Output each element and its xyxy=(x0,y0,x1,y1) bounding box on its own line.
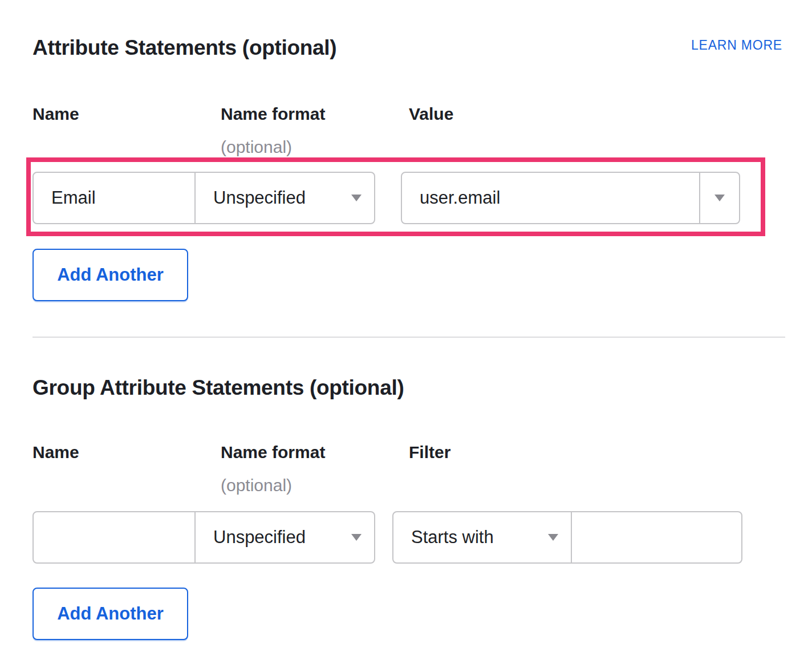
group-column-filter: Filter xyxy=(409,444,450,494)
column-name: Name xyxy=(33,106,221,156)
group-filter-type-value: Starts with xyxy=(411,527,494,548)
column-name-format-note: (optional) xyxy=(221,139,409,156)
attribute-value-dropdown-button[interactable] xyxy=(699,172,740,224)
column-name-label: Name xyxy=(33,106,221,123)
group-name-format-value: Unspecified xyxy=(213,527,306,548)
attribute-name-format-select[interactable]: Unspecified xyxy=(194,172,375,224)
attribute-statements-header: Attribute Statements (optional) LEARN MO… xyxy=(33,35,782,60)
attribute-row: Unspecified xyxy=(33,172,761,224)
attribute-value-combo xyxy=(401,172,740,224)
chevron-down-icon xyxy=(351,534,362,541)
chevron-down-icon xyxy=(714,195,725,201)
group-add-another-button[interactable]: Add Another xyxy=(33,588,188,640)
learn-more-link[interactable]: LEARN MORE xyxy=(691,38,782,53)
group-attribute-statements-header: Group Attribute Statements (optional) xyxy=(33,375,782,400)
group-filter-value-input[interactable] xyxy=(571,511,742,564)
group-filter-type-select[interactable]: Starts with xyxy=(392,511,572,564)
attribute-name-input[interactable] xyxy=(33,172,196,224)
attribute-name-format-value: Unspecified xyxy=(213,188,306,208)
attribute-name-group: Unspecified xyxy=(33,172,375,224)
group-column-filter-label: Filter xyxy=(409,444,450,461)
group-column-name: Name xyxy=(33,444,221,494)
section-divider xyxy=(33,337,785,338)
group-column-name-format: Name format (optional) xyxy=(221,444,409,494)
attribute-statements-title: Attribute Statements (optional) xyxy=(33,35,336,60)
highlight-annotation: Unspecified xyxy=(26,157,765,236)
column-value-label: Value xyxy=(409,106,453,123)
group-column-name-format-note: (optional) xyxy=(221,477,409,494)
column-name-format: Name format (optional) xyxy=(221,106,409,156)
group-column-name-format-label: Name format xyxy=(221,444,409,461)
attribute-column-headers: Name Name format (optional) Value xyxy=(33,106,812,156)
group-column-name-label: Name xyxy=(33,444,221,461)
chevron-down-icon xyxy=(351,195,362,201)
group-name-group: Unspecified xyxy=(33,511,375,564)
add-another-button[interactable]: Add Another xyxy=(33,249,188,301)
column-value: Value xyxy=(409,106,453,156)
column-name-format-label: Name format xyxy=(221,106,409,123)
group-column-headers: Name Name format (optional) Filter xyxy=(33,444,812,494)
group-attribute-statements-title: Group Attribute Statements (optional) xyxy=(33,375,404,400)
group-attribute-row: Unspecified Starts with xyxy=(33,511,812,564)
group-name-input[interactable] xyxy=(33,511,196,564)
attribute-value-input[interactable] xyxy=(401,172,700,224)
group-filter-group: Starts with xyxy=(392,511,742,564)
chevron-down-icon xyxy=(548,534,558,541)
group-name-format-select[interactable]: Unspecified xyxy=(194,511,375,564)
